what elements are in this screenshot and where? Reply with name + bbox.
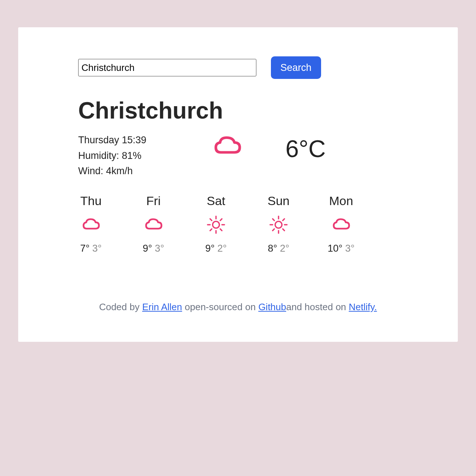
cloud-icon [80, 216, 101, 233]
github-link[interactable]: Github [258, 301, 286, 312]
current-humidity: Humidity: 81% [78, 148, 195, 163]
cloud-icon [143, 216, 164, 233]
footer-text: and hosted on [286, 301, 349, 312]
current-temperature: 6°C [285, 133, 326, 163]
city-search-input[interactable] [78, 59, 256, 76]
city-title: Christchurch [78, 97, 398, 124]
footer: Coded by Erin Allen open-sourced on Gith… [78, 301, 398, 313]
forecast-high: 9° [205, 243, 215, 254]
search-row: Search [78, 56, 398, 79]
forecast-high: 10° [328, 243, 343, 254]
current-datetime: Thursday 15:39 [78, 133, 195, 148]
current-conditions-row: Thursday 15:39 Humidity: 81% Wind: 4km/h… [78, 133, 398, 179]
forecast-day-col: Thu 7° 3° [75, 194, 107, 254]
svg-line-8 [210, 229, 212, 231]
cloud-icon [331, 216, 352, 233]
sun-icon [205, 214, 227, 235]
forecast-high: 8° [268, 243, 277, 254]
forecast-day-col: Mon 10° 3° [325, 194, 357, 254]
weather-card: Search Christchurch Thursday 15:39 Humid… [18, 27, 458, 342]
forecast-low: 3° [155, 243, 164, 254]
forecast-day-col: Sun 8° 2° [262, 194, 295, 254]
forecast-weather-icon [75, 214, 107, 236]
current-details: Thursday 15:39 Humidity: 81% Wind: 4km/h [78, 133, 195, 179]
forecast-day-label: Sun [262, 194, 295, 208]
forecast-high: 9° [143, 243, 152, 254]
forecast-temps: 9° 3° [137, 243, 170, 254]
forecast-low: 3° [92, 243, 102, 254]
forecast-day-col: Fri 9° 3° [137, 194, 170, 254]
forecast-temps: 8° 2° [262, 243, 295, 254]
forecast-low: 2° [217, 243, 227, 254]
forecast-day-label: Mon [325, 194, 357, 208]
author-link[interactable]: Erin Allen [142, 301, 182, 312]
forecast-temps: 7° 3° [75, 243, 107, 254]
sun-icon [268, 214, 289, 235]
forecast-weather-icon [137, 214, 170, 236]
current-weather-icon [205, 133, 249, 159]
footer-text: Coded by [99, 301, 142, 312]
current-wind: Wind: 4km/h [78, 164, 195, 179]
forecast-row: Thu 7° 3° Fri 9° 3° Sat [75, 194, 398, 254]
forecast-day-label: Sat [200, 194, 232, 208]
forecast-high: 7° [80, 243, 89, 254]
svg-point-9 [275, 221, 282, 228]
forecast-weather-icon [262, 214, 295, 236]
forecast-day-label: Fri [137, 194, 170, 208]
forecast-temps: 9° 2° [200, 243, 232, 254]
forecast-weather-icon [200, 214, 232, 236]
svg-line-6 [220, 229, 222, 231]
search-button[interactable]: Search [271, 56, 321, 79]
svg-line-17 [273, 229, 275, 231]
svg-line-16 [283, 219, 285, 220]
cloud-icon [211, 133, 244, 159]
forecast-low: 2° [280, 243, 289, 254]
forecast-weather-icon [325, 214, 357, 236]
svg-line-14 [273, 219, 275, 220]
forecast-temps: 10° 3° [325, 243, 357, 254]
forecast-day-col: Sat 9° 2° [200, 194, 232, 254]
footer-text: open-sourced on [182, 301, 259, 312]
svg-line-15 [283, 229, 285, 231]
svg-line-5 [210, 219, 212, 220]
svg-point-0 [213, 221, 220, 228]
svg-line-7 [220, 219, 222, 220]
netlify-link[interactable]: Netlify. [349, 301, 377, 312]
forecast-day-label: Thu [75, 194, 107, 208]
forecast-low: 3° [345, 243, 355, 254]
